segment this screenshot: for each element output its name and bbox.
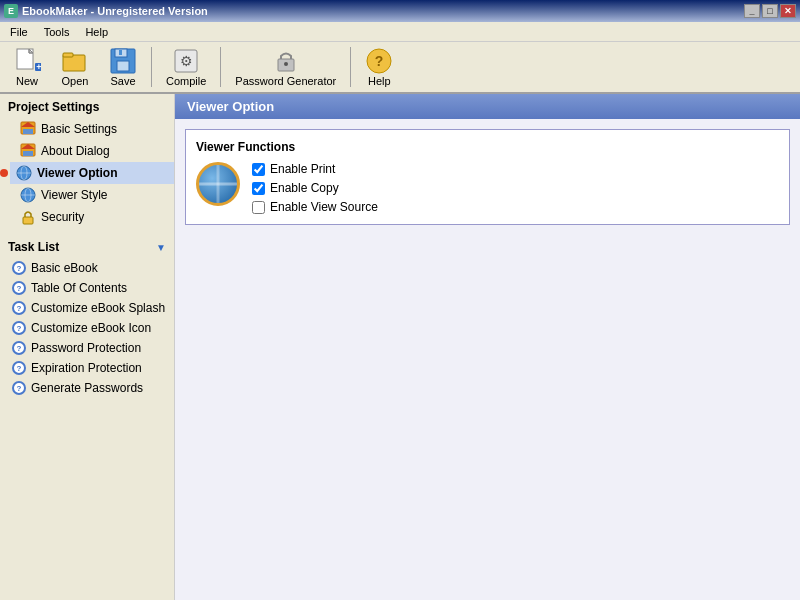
toolbar-new[interactable]: + New (4, 43, 50, 91)
basic-settings-label: Basic Settings (41, 122, 117, 136)
nav-viewer-option[interactable]: Viewer Option (10, 162, 174, 184)
compile-icon: ⚙ (172, 47, 200, 75)
task-expiration-protection[interactable]: ? Expiration Protection (0, 358, 174, 378)
svg-text:?: ? (375, 53, 384, 69)
left-panel: Project Settings Basic Settings (0, 94, 175, 600)
nav-about-dialog[interactable]: About Dialog (0, 140, 174, 162)
task-basic-ebook-label: Basic eBook (31, 261, 98, 275)
viewer-option-title: Viewer Option (175, 94, 800, 119)
enable-copy-label: Enable Copy (270, 181, 339, 195)
nav-viewer-option-wrapper: Viewer Option (0, 162, 174, 184)
toolbar-compile[interactable]: ⚙ Compile (157, 43, 215, 91)
viewer-option-icon (16, 165, 32, 181)
enable-copy-input[interactable] (252, 182, 265, 195)
task-circle-icon: ? (12, 301, 26, 315)
task-generate-passwords[interactable]: ? Generate Passwords (0, 378, 174, 398)
task-circle-icon: ? (12, 341, 26, 355)
viewer-content: Viewer Functions Enable Print Enable Cop… (175, 119, 800, 600)
svg-text:⚙: ⚙ (180, 53, 193, 69)
task-customize-icon[interactable]: ? Customize eBook Icon (0, 318, 174, 338)
toolbar-open-label: Open (62, 75, 89, 87)
enable-view-source-input[interactable] (252, 201, 265, 214)
task-generate-passwords-label: Generate Passwords (31, 381, 143, 395)
nav-basic-settings[interactable]: Basic Settings (0, 118, 174, 140)
task-circle-icon: ? (12, 321, 26, 335)
new-icon: + (13, 47, 41, 75)
enable-print-input[interactable] (252, 163, 265, 176)
task-table-of-contents-label: Table Of Contents (31, 281, 127, 295)
toolbar-help[interactable]: ? Help (356, 43, 402, 91)
viewer-style-label: Viewer Style (41, 188, 107, 202)
svg-rect-11 (119, 50, 122, 55)
project-settings-header: Project Settings (0, 94, 174, 118)
enable-view-source-label: Enable View Source (270, 200, 378, 214)
titlebar-controls[interactable]: _ □ ✕ (744, 4, 796, 18)
toolbar-password-gen-label: Password Generator (235, 75, 336, 87)
password-gen-icon (272, 47, 300, 75)
task-circle-icon: ? (12, 381, 26, 395)
task-circle-icon: ? (12, 281, 26, 295)
svg-text:+: + (36, 62, 41, 72)
svg-rect-22 (23, 151, 33, 156)
task-list-arrow-icon: ▼ (156, 242, 166, 253)
svg-point-15 (284, 62, 288, 66)
svg-rect-30 (23, 217, 33, 224)
enable-copy-checkbox[interactable]: Enable Copy (252, 181, 378, 195)
menubar: File Tools Help (0, 22, 800, 42)
svg-rect-19 (23, 129, 33, 134)
task-list-title: Task List (8, 240, 59, 254)
toolbar-sep-3 (350, 47, 351, 87)
task-customize-splash-label: Customize eBook Splash (31, 301, 165, 315)
viewer-functions-box: Viewer Functions Enable Print Enable Cop… (185, 129, 790, 225)
menu-file[interactable]: File (2, 24, 36, 40)
viewer-functions-inner: Enable Print Enable Copy Enable View Sou… (196, 162, 779, 214)
nav-viewer-style[interactable]: Viewer Style (0, 184, 174, 206)
task-circle-icon: ? (12, 261, 26, 275)
toolbar-sep-1 (151, 47, 152, 87)
task-customize-icon-label: Customize eBook Icon (31, 321, 151, 335)
toolbar-open[interactable]: Open (52, 43, 98, 91)
viewer-option-label: Viewer Option (37, 166, 117, 180)
about-dialog-icon (20, 143, 36, 159)
svg-rect-10 (117, 61, 129, 71)
task-table-of-contents[interactable]: ? Table Of Contents (0, 278, 174, 298)
toolbar-help-label: Help (368, 75, 391, 87)
menu-help[interactable]: Help (77, 24, 116, 40)
open-icon (61, 47, 89, 75)
task-circle-icon: ? (12, 361, 26, 375)
task-customize-splash[interactable]: ? Customize eBook Splash (0, 298, 174, 318)
task-password-protection[interactable]: ? Password Protection (0, 338, 174, 358)
main-layout: Project Settings Basic Settings (0, 94, 800, 600)
task-password-protection-label: Password Protection (31, 341, 141, 355)
security-icon (20, 209, 36, 225)
toolbar-password-gen[interactable]: Password Generator (226, 43, 345, 91)
minimize-button[interactable]: _ (744, 4, 760, 18)
toolbar-compile-label: Compile (166, 75, 206, 87)
active-indicator (0, 169, 8, 177)
viewer-style-icon (20, 187, 36, 203)
toolbar-new-label: New (16, 75, 38, 87)
toolbar-sep-2 (220, 47, 221, 87)
task-list-header: Task List ▼ (0, 234, 174, 258)
titlebar: E EbookMaker - Unregistered Version _ □ … (0, 0, 800, 22)
security-label: Security (41, 210, 84, 224)
checkboxes-group: Enable Print Enable Copy Enable View Sou… (252, 162, 378, 214)
titlebar-left: E EbookMaker - Unregistered Version (4, 4, 208, 18)
enable-view-source-checkbox[interactable]: Enable View Source (252, 200, 378, 214)
enable-print-checkbox[interactable]: Enable Print (252, 162, 378, 176)
enable-print-label: Enable Print (270, 162, 335, 176)
nav-security[interactable]: Security (0, 206, 174, 228)
close-button[interactable]: ✕ (780, 4, 796, 18)
menu-tools[interactable]: Tools (36, 24, 78, 40)
task-basic-ebook[interactable]: ? Basic eBook (0, 258, 174, 278)
maximize-button[interactable]: □ (762, 4, 778, 18)
svg-rect-7 (63, 53, 73, 57)
viewer-globe-icon (196, 162, 240, 206)
right-panel: Viewer Option Viewer Functions Enable Pr… (175, 94, 800, 600)
about-dialog-label: About Dialog (41, 144, 110, 158)
toolbar-save-label: Save (110, 75, 135, 87)
toolbar-save[interactable]: Save (100, 43, 146, 91)
toolbar: + New Open Save ⚙ (0, 42, 800, 94)
basic-settings-icon (20, 121, 36, 137)
viewer-functions-title: Viewer Functions (196, 140, 779, 154)
